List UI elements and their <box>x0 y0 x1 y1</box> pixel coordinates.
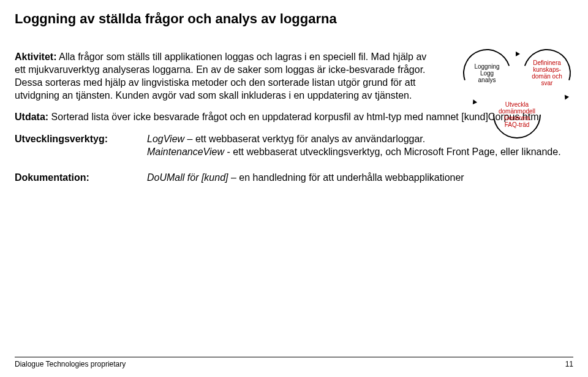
dokumentation-value: DoUMall för [kund] – en handledning för … <box>147 159 573 185</box>
footer-divider <box>15 357 573 357</box>
utdata-label: Utdata: <box>15 112 48 122</box>
cycle-label-define-domain: Defininera kunskaps-domän och svar <box>524 50 570 96</box>
body-wrap: LoggningLogganalys Defininera kunskaps-d… <box>15 50 573 184</box>
cycle-arrow-icon <box>563 95 569 101</box>
page-title: Loggning av ställda frågor och analys av… <box>15 11 573 27</box>
main-text-column: Aktivitet: Alla frågor som ställs till a… <box>15 50 431 102</box>
tool-maintenanceview: MaintenanceView <box>147 147 224 157</box>
cycle-arrow-icon <box>471 99 477 105</box>
tool-logview: LogView <box>147 134 184 144</box>
footer-proprietary: Dialogue Technologies proprietary <box>15 360 126 368</box>
aktivitet-text: Alla frågor som ställs till applikatione… <box>15 51 426 101</box>
aktivitet-paragraph: Aktivitet: Alla frågor som ställs till a… <box>15 50 431 102</box>
aktivitet-label: Aktivitet: <box>15 51 56 62</box>
cycle-label-develop-model: Utveckla domänmodell Generera FAQ-träd <box>494 92 540 137</box>
process-cycle-diagram: LoggningLogganalys Defininera kunskaps-d… <box>426 49 579 150</box>
tool-logview-desc: – ett webbaserat verktyg för analys av a… <box>184 134 425 144</box>
footer-page-number: 11 <box>565 360 573 368</box>
utvecklingsverktyg-label: Utvecklingsverktyg: <box>15 134 143 145</box>
dokumentation-label: Dokumentation: <box>15 160 143 183</box>
slide-page: Loggning av ställda frågor och analys av… <box>0 0 588 377</box>
cycle-label-log-analysis: LoggningLogganalys <box>464 50 510 96</box>
doc-title: DoUMall för [kund] <box>147 172 228 183</box>
cycle-arrow-icon <box>516 51 520 56</box>
doc-desc: – en handledning för att underhålla webb… <box>228 172 464 183</box>
footer: Dialogue Technologies proprietary 11 <box>0 357 588 368</box>
